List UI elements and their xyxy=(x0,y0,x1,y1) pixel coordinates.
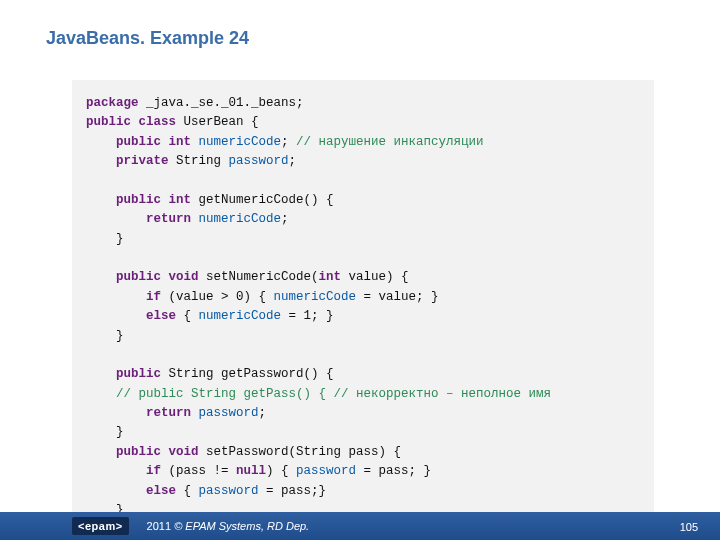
code-text: = value; } xyxy=(356,290,439,304)
code-text: setPassword(String pass) { xyxy=(199,445,402,459)
code-text: setNumericCode( xyxy=(199,270,319,284)
code-member: password xyxy=(199,484,259,498)
code-kw: null xyxy=(236,464,266,478)
code-kw: public class xyxy=(86,115,176,129)
code-kw: if xyxy=(146,464,161,478)
code-text: (pass != xyxy=(161,464,236,478)
code-comment: // public String getPass() { // некоррек… xyxy=(86,387,551,401)
code-kw: else xyxy=(146,309,176,323)
code-text: _java._se._01._beans; xyxy=(139,96,304,110)
code-member: numericCode xyxy=(199,309,282,323)
code-kw: public void xyxy=(116,270,199,284)
code-member: password xyxy=(229,154,289,168)
code-text: = pass;} xyxy=(259,484,327,498)
code-kw: package xyxy=(86,96,139,110)
code-text xyxy=(191,406,199,420)
epam-logo: <epam> xyxy=(72,517,129,535)
code-text: ) { xyxy=(266,464,296,478)
code-kw: else xyxy=(146,484,176,498)
page-number: 105 xyxy=(680,521,698,533)
code-member: password xyxy=(296,464,356,478)
copyright-rest: © EPAM Systems, RD Dep. xyxy=(171,520,309,532)
copyright-year: 2011 xyxy=(147,520,171,532)
code-kw: public int xyxy=(116,193,191,207)
code-member: password xyxy=(199,406,259,420)
code-kw: public int xyxy=(116,135,191,149)
code-member: numericCode xyxy=(274,290,357,304)
code-text xyxy=(191,212,199,226)
code-kw: private xyxy=(116,154,169,168)
code-kw: public xyxy=(116,367,161,381)
code-text: } xyxy=(86,425,124,439)
code-text: String getPassword() { xyxy=(161,367,334,381)
code-text: ; xyxy=(259,406,267,420)
code-kw: if xyxy=(146,290,161,304)
code-block: package _java._se._01._beans; public cla… xyxy=(72,80,654,540)
code-member: numericCode xyxy=(199,212,282,226)
code-text: { xyxy=(176,309,199,323)
code-text: getNumericCode() { xyxy=(191,193,334,207)
code-text: ; xyxy=(281,135,296,149)
code-kw: return xyxy=(146,406,191,420)
footer-bar: <epam> 2011 © EPAM Systems, RD Dep. 105 xyxy=(0,512,720,540)
copyright-text: 2011 © EPAM Systems, RD Dep. xyxy=(147,520,310,532)
code-member: numericCode xyxy=(199,135,282,149)
code-text: = 1; } xyxy=(281,309,334,323)
code-comment: // нарушение инкапсуляции xyxy=(296,135,484,149)
code-kw: public void xyxy=(116,445,199,459)
code-text: (value > 0) { xyxy=(161,290,274,304)
code-text: UserBean { xyxy=(176,115,259,129)
code-text: String xyxy=(169,154,229,168)
code-text: { xyxy=(176,484,199,498)
code-text: } xyxy=(86,329,124,343)
slide-title: JavaBeans. Example 24 xyxy=(46,28,249,49)
code-kw: return xyxy=(146,212,191,226)
code-text: ; xyxy=(289,154,297,168)
code-text: } xyxy=(86,232,124,246)
code-text: value) { xyxy=(341,270,409,284)
code-text: = pass; } xyxy=(356,464,431,478)
code-kw: int xyxy=(319,270,342,284)
code-text: ; xyxy=(281,212,289,226)
